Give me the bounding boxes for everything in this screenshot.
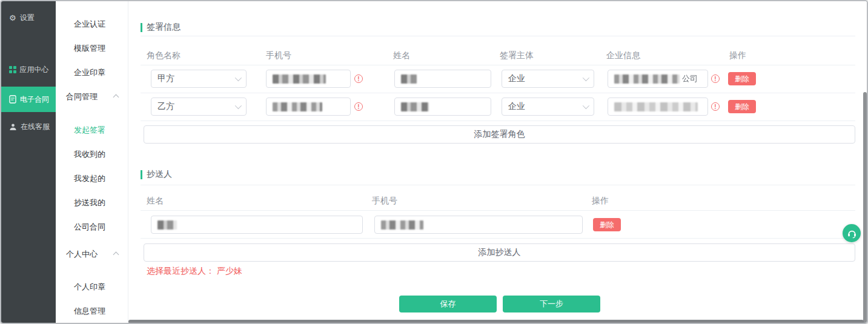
- menu-item-info-mgmt[interactable]: 信息管理: [74, 305, 105, 317]
- title-accent-bar: [141, 170, 142, 179]
- menu-item-company-contracts[interactable]: 公司合同: [74, 221, 105, 233]
- phone-input-row1[interactable]: [266, 70, 351, 88]
- cc-phone-input[interactable]: [374, 216, 583, 234]
- cc-delete-button[interactable]: 删除: [593, 218, 621, 231]
- add-cc-button[interactable]: 添加抄送人: [144, 243, 855, 262]
- sign-section-title: 签署信息: [141, 22, 181, 33]
- redacted-name: [157, 220, 177, 230]
- divider: [141, 185, 855, 185]
- subject-select-value: 企业: [508, 73, 525, 84]
- menu-item-template-mgmt[interactable]: 模版管理: [74, 42, 105, 55]
- primary-sidebar: ⚙ 设置 应用中心 电子合同 在线客服: [1, 1, 56, 323]
- redacted-phone: [273, 74, 326, 84]
- sidebar-item-online-service[interactable]: 在线客服: [1, 114, 56, 139]
- secondary-sidebar: 企业认证 模版管理 企业印章 合同管理 发起签署 我收到的 我发起的 抄送我的 …: [56, 1, 128, 323]
- subject-select-value: 企业: [508, 101, 525, 112]
- company-input-row1[interactable]: 公司: [608, 70, 708, 88]
- role-select-value: 甲方: [157, 73, 174, 84]
- sidebar-item-label: 在线客服: [21, 122, 50, 132]
- phone-input-row2[interactable]: [266, 98, 351, 116]
- subject-select-row1[interactable]: 企业: [502, 70, 594, 88]
- redacted-company: [614, 74, 680, 84]
- recent-cc-hint[interactable]: 选择最近抄送人： 严少妹: [147, 266, 242, 277]
- chevron-down-icon: [583, 102, 589, 109]
- warning-icon: !: [354, 102, 363, 111]
- sidebar-item-label: 设置: [20, 13, 35, 23]
- customer-service-fab[interactable]: [843, 224, 861, 242]
- menu-group-label: 合同管理: [66, 92, 98, 101]
- col-header-subject: 签署主体: [500, 50, 534, 61]
- company-suffix: 公司: [682, 73, 698, 84]
- warning-icon: !: [711, 74, 720, 83]
- cc-section-title: 抄送人: [141, 169, 172, 180]
- chevron-down-icon: [235, 102, 242, 109]
- cc-col-header-action: 操作: [592, 196, 609, 207]
- next-step-button[interactable]: 下一步: [503, 296, 600, 312]
- add-sign-role-button[interactable]: 添加签署角色: [144, 125, 855, 144]
- person-icon: [9, 123, 17, 131]
- redacted-phone: [273, 102, 322, 111]
- role-select-row1[interactable]: 甲方: [151, 70, 247, 88]
- chevron-up-icon: [113, 94, 119, 101]
- title-accent-bar: [141, 23, 142, 32]
- col-header-role: 角色名称: [147, 50, 181, 61]
- menu-item-initiate-sign[interactable]: 发起签署: [74, 124, 105, 136]
- menu-item-received[interactable]: 我收到的: [74, 148, 105, 160]
- subject-select-row2[interactable]: 企业: [502, 98, 594, 116]
- cc-col-header-name: 姓名: [147, 196, 164, 207]
- redacted-name: [401, 102, 429, 111]
- gear-icon: ⚙: [9, 14, 16, 22]
- redacted-company: [614, 102, 698, 111]
- sidebar-item-e-contract[interactable]: 电子合同: [1, 87, 56, 112]
- chevron-up-icon: [113, 252, 119, 258]
- redacted-phone: [381, 220, 423, 230]
- menu-group-contract-mgmt[interactable]: 合同管理: [66, 91, 98, 103]
- sidebar-item-settings[interactable]: ⚙ 设置: [1, 5, 56, 30]
- menu-group-label: 个人中心: [66, 250, 98, 259]
- divider: [141, 238, 855, 239]
- name-input-row1[interactable]: [394, 70, 491, 88]
- sidebar-item-label: 应用中心: [20, 65, 49, 75]
- app-window: ⚙ 设置 应用中心 电子合同 在线客服 企业认证 模版管理 企业印章 合同管理: [0, 0, 868, 324]
- headset-icon: [847, 228, 857, 239]
- menu-group-personal-center[interactable]: 个人中心: [66, 248, 98, 260]
- name-input-row2[interactable]: [394, 98, 491, 116]
- menu-item-cc-to-me[interactable]: 抄送我的: [74, 197, 105, 209]
- divider: [141, 121, 855, 121]
- delete-row1-button[interactable]: 删除: [728, 72, 756, 85]
- section-title-text: 抄送人: [147, 169, 172, 180]
- col-header-name: 姓名: [393, 50, 410, 61]
- company-input-row2[interactable]: [608, 98, 708, 116]
- menu-item-initiated[interactable]: 我发起的: [74, 173, 105, 185]
- role-select-row2[interactable]: 乙方: [151, 98, 247, 116]
- main-content: 签署信息 角色名称 手机号 姓名 签署主体 企业信息 操作 甲方 ! 企业 公司…: [128, 1, 867, 323]
- sidebar-item-app-center[interactable]: 应用中心: [1, 58, 56, 82]
- divider: [141, 65, 855, 65]
- menu-item-personal-seal[interactable]: 个人印章: [74, 281, 105, 293]
- menu-item-enterprise-seal[interactable]: 企业印章: [74, 67, 105, 79]
- divider: [141, 36, 855, 36]
- chevron-down-icon: [583, 74, 589, 81]
- menu-item-enterprise-auth[interactable]: 企业认证: [74, 18, 105, 30]
- chevron-down-icon: [235, 74, 242, 81]
- warning-icon: !: [711, 102, 720, 111]
- col-header-company: 企业信息: [606, 50, 640, 61]
- cc-col-header-phone: 手机号: [372, 196, 397, 207]
- grid-icon: [9, 66, 16, 73]
- section-title-text: 签署信息: [147, 22, 181, 33]
- warning-icon: !: [354, 74, 363, 83]
- redacted-name: [401, 74, 417, 84]
- role-select-value: 乙方: [157, 101, 174, 112]
- col-header-phone: 手机号: [266, 50, 291, 61]
- save-button[interactable]: 保存: [399, 296, 497, 312]
- vertical-scrollbar[interactable]: [863, 92, 867, 324]
- divider: [141, 210, 855, 211]
- delete-row2-button[interactable]: 删除: [728, 100, 756, 113]
- divider: [141, 93, 855, 93]
- sidebar-item-label: 电子合同: [20, 94, 49, 105]
- cc-name-input[interactable]: [151, 216, 363, 234]
- col-header-action: 操作: [729, 50, 746, 61]
- horizontal-scrollbar[interactable]: [128, 320, 864, 323]
- document-icon: [9, 95, 16, 104]
